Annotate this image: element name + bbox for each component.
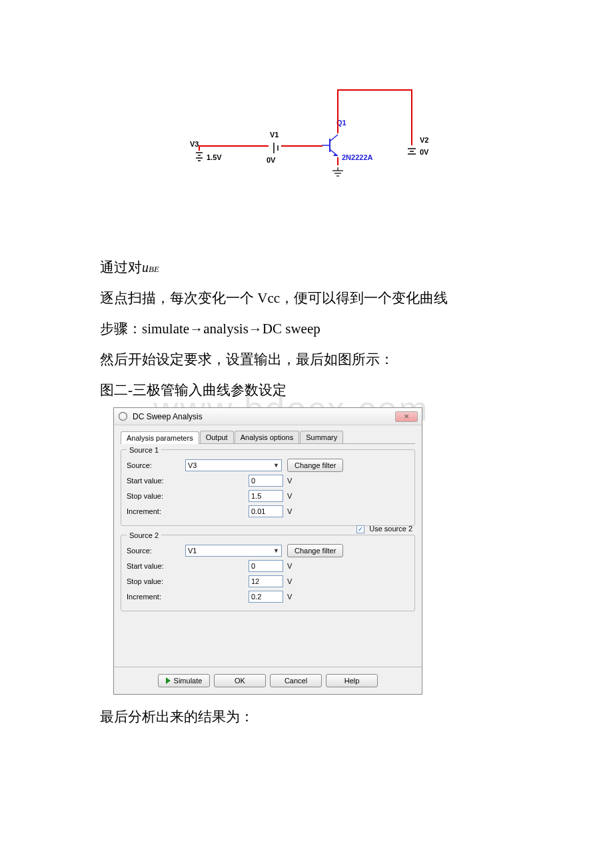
- simulate-label: Simulate: [174, 677, 203, 685]
- close-button[interactable]: ✕: [395, 411, 418, 422]
- label-v3-val: 1.5V: [207, 153, 222, 161]
- ok-button[interactable]: OK: [214, 674, 266, 687]
- checkbox-use-source2[interactable]: ✓: [356, 525, 364, 533]
- text-1a: 通过对: [100, 259, 142, 275]
- dialog-title: DC Sweep Analysis: [133, 412, 203, 421]
- fieldset-source1: Source 1 Source: V3 ▼ Change filter Star…: [121, 449, 415, 526]
- dc-sweep-dialog: DC Sweep Analysis ✕ Analysis parameters …: [113, 407, 422, 695]
- svg-marker-10: [333, 153, 338, 156]
- formula-u: u: [142, 260, 149, 275]
- svg-line-8: [330, 135, 338, 141]
- text-line-4: 然后开始设定要求，设置输出，最后如图所示：: [100, 347, 513, 373]
- legend-source1: Source 1: [127, 446, 161, 454]
- label-v2-val: 0V: [420, 148, 428, 156]
- chevron-down-icon: ▼: [273, 547, 279, 554]
- input-src2-start[interactable]: [249, 560, 283, 572]
- label-q1-part: 2N2222A: [342, 153, 372, 161]
- ground-icon: [331, 165, 344, 182]
- text-line-3: 步骤：simulate→analysis→DC sweep: [100, 316, 513, 343]
- help-button[interactable]: Help: [326, 674, 378, 687]
- use-source2-row: ✓ Use source 2: [121, 523, 415, 533]
- simulate-button[interactable]: Simulate: [158, 674, 210, 687]
- label-src2-stop: Stop value:: [127, 577, 185, 585]
- text-line-2: 逐点扫描，每次变化一个 Vcc，便可以得到一个变化曲线: [100, 285, 513, 312]
- label-src2-source: Source:: [127, 547, 185, 555]
- label-src1-start: Start value:: [127, 477, 185, 485]
- text-line-1: 通过对uBE: [100, 255, 513, 281]
- app-icon: [118, 411, 128, 421]
- legend-source2: Source 2: [127, 531, 161, 539]
- label-use-source2: Use source 2: [369, 525, 412, 533]
- input-src2-stop[interactable]: [249, 575, 283, 587]
- unit-src2-inc: V: [287, 593, 292, 601]
- tab-analysis-options[interactable]: Analysis options: [235, 431, 300, 443]
- label-v1-val: 0V: [267, 156, 275, 164]
- input-src1-start[interactable]: [249, 475, 283, 487]
- tabs: Analysis parameters Output Analysis opti…: [121, 431, 415, 444]
- circuit-canvas: V3 1.5V V1 0V Q1 2N2222A V2 0V: [100, 47, 513, 247]
- label-src1-source: Source:: [127, 461, 185, 469]
- transistor-q1-icon: [322, 131, 344, 164]
- input-src2-inc[interactable]: [249, 591, 283, 603]
- select-src1-value: V3: [188, 461, 197, 469]
- label-v3: V3: [190, 140, 199, 148]
- select-src2-value: V1: [188, 547, 197, 555]
- label-v2: V2: [420, 136, 428, 144]
- unit-src1-start: V: [287, 477, 292, 485]
- tab-output[interactable]: Output: [200, 431, 234, 443]
- formula-be: BE: [149, 264, 159, 274]
- svg-point-18: [119, 413, 127, 421]
- label-src1-stop: Stop value:: [127, 492, 185, 500]
- input-src1-inc[interactable]: [249, 505, 283, 517]
- text-line-6: 最后分析出来的结果为：: [100, 704, 513, 731]
- unit-src1-inc: V: [287, 507, 292, 515]
- source-v2-icon: [406, 145, 418, 162]
- chevron-down-icon: ▼: [273, 462, 279, 469]
- cancel-button[interactable]: Cancel: [270, 674, 322, 687]
- unit-src2-start: V: [287, 562, 292, 570]
- unit-src1-stop: V: [287, 492, 292, 500]
- source-v3-icon: [195, 150, 204, 169]
- tab-summary[interactable]: Summary: [300, 431, 343, 443]
- dialog-button-bar: Simulate OK Cancel Help: [114, 667, 422, 694]
- select-src1-source[interactable]: V3 ▼: [185, 459, 282, 471]
- input-src1-stop[interactable]: [249, 490, 283, 502]
- btn-src2-change-filter[interactable]: Change filter: [287, 544, 343, 557]
- btn-src1-change-filter[interactable]: Change filter: [287, 459, 343, 472]
- unit-src2-stop: V: [287, 577, 292, 585]
- label-src1-inc: Increment:: [127, 507, 185, 515]
- label-src2-inc: Increment:: [127, 593, 185, 601]
- play-icon: [166, 677, 171, 684]
- tab-analysis-parameters[interactable]: Analysis parameters: [121, 431, 199, 444]
- dialog-title-bar: DC Sweep Analysis ✕: [114, 408, 422, 425]
- label-v1: V1: [270, 131, 279, 139]
- label-src2-start: Start value:: [127, 562, 185, 570]
- fieldset-source2: Source 2 Source: V1 ▼ Change filter Star…: [121, 535, 415, 611]
- select-src2-source[interactable]: V1 ▼: [185, 545, 282, 557]
- text-line-5: 图二-三极管输入曲线参数设定: [100, 377, 513, 404]
